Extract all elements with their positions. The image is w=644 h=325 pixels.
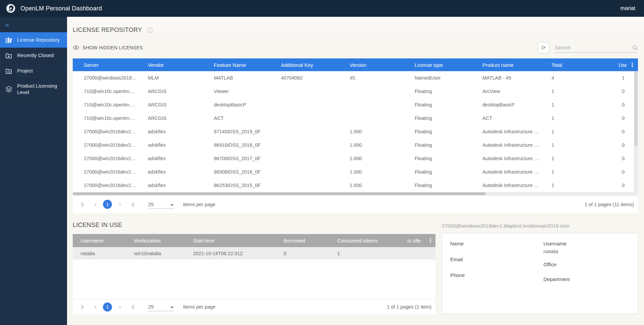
table-cell: Floating <box>404 142 471 148</box>
info-icon[interactable]: i <box>147 27 153 33</box>
table-row[interactable]: 27000@win2016dev2.testdevadskflex86910ID… <box>73 138 638 152</box>
table-cell: 1.000 <box>339 129 404 134</box>
column-header-license-type[interactable]: License type <box>404 62 471 68</box>
table-cell: adskflex <box>137 142 203 148</box>
horizontal-scrollbar-thumb[interactable] <box>73 192 485 195</box>
table-cell: natalia <box>73 251 126 256</box>
vertical-scrollbar[interactable] <box>634 71 638 193</box>
table-row[interactable]: 27000@win2016dev2.testdevadskflex86508ID… <box>73 165 638 179</box>
chevron-double-left-icon: « <box>5 21 9 29</box>
column-header-vendor[interactable]: Vendor <box>137 62 203 68</box>
next-page-button[interactable]: › <box>115 199 125 210</box>
column-header-username[interactable]: Username <box>73 238 126 243</box>
table-row[interactable]: 27000@win2016dev2.testdevadskflex86700ID… <box>73 152 638 165</box>
current-page-button[interactable]: 1 <box>103 200 112 209</box>
next-page-button[interactable]: › <box>115 302 125 312</box>
last-page-button[interactable]: ›| <box>127 302 137 312</box>
table-cell: desktopBasicP <box>203 102 270 107</box>
table-cell: ARCGIS <box>137 102 203 107</box>
table-row[interactable]: 710@win10c.openlm.bizARCGISACTFloatingAC… <box>73 111 638 125</box>
table-cell: 0 <box>607 115 627 121</box>
table-row[interactable]: nataliawin10natalia2021-10-14T08:22:31Z0… <box>73 247 435 260</box>
sidebar: « License Repository Recently Closed <box>0 17 67 325</box>
column-menu-kebab-icon[interactable]: ⋮ <box>425 237 435 244</box>
table-cell: 45 <box>339 75 404 81</box>
column-header-workstation[interactable]: Workstation <box>126 238 185 243</box>
search-input[interactable] <box>554 43 638 53</box>
table-cell: 1.000 <box>339 156 404 161</box>
table-header-row: UsernameWorkstationStart timeBorrowedCon… <box>73 234 435 247</box>
refresh-button[interactable]: ⟳ <box>537 42 549 53</box>
table-row[interactable]: 710@win10c.openlm.bizARCGISViewerFloatin… <box>73 85 638 98</box>
table-cell: 27000@win2016dev2.testdev <box>73 156 137 161</box>
previous-page-button[interactable]: ‹ <box>90 302 100 312</box>
table-cell: 27000@win2016dev2.testdev <box>73 129 137 134</box>
user-menu[interactable]: mariat <box>621 5 635 11</box>
sidebar-item-product-licensing-level[interactable]: Product Licensing Level <box>0 79 67 100</box>
first-page-button[interactable]: |‹ <box>77 302 87 312</box>
table-cell: 27000@win2016dev2.testdev <box>73 169 137 175</box>
column-header-server[interactable]: Server <box>73 62 137 68</box>
page-size-value: 25 <box>148 201 170 207</box>
first-page-button[interactable]: |‹ <box>77 199 87 210</box>
column-header-additional-key[interactable]: Additional Key <box>270 62 339 68</box>
sidebar-item-label: Product Licensing Level <box>17 83 64 96</box>
table-cell: Floating <box>404 102 471 107</box>
app-title: OpenLM Personal Dashboard <box>20 5 102 12</box>
books-icon <box>5 37 13 44</box>
pagination-bar: |‹ ‹ 1 › ›| 25 Items per page 1 of 1 pag… <box>73 299 435 314</box>
sidebar-item-project[interactable]: Project <box>0 63 67 79</box>
table-cell: 1 <box>540 183 607 188</box>
table-cell: 710@win10c.openlm.biz <box>73 115 137 121</box>
license-in-use-table: UsernameWorkstationStart timeBorrowedCon… <box>73 234 435 314</box>
table-cell: 1 <box>540 156 607 161</box>
current-page-button[interactable]: 1 <box>103 303 112 312</box>
column-header-total[interactable]: Total <box>540 62 607 68</box>
table-cell: 0 <box>607 156 627 161</box>
table-cell: Floating <box>404 156 471 161</box>
previous-page-button[interactable]: ‹ <box>90 199 100 210</box>
column-header-start-time[interactable]: Start time <box>185 238 276 243</box>
table-row[interactable]: 27000@windows2019dev1.ldaMLMMATLAB407040… <box>73 71 638 85</box>
table-cell: 86910IDSS_2018_0F <box>203 142 270 148</box>
sidebar-item-label: License Repository <box>17 37 60 43</box>
page-size-select[interactable]: 25 <box>148 200 174 209</box>
user-details-card: Name Email Phone Username natalia Office… <box>442 233 638 314</box>
table-cell: 0 <box>607 183 627 188</box>
table-cell: 1 <box>540 142 607 148</box>
table-cell: 86508IDSS_2016_0F <box>203 169 270 175</box>
table-cell: 4 <box>540 75 607 81</box>
column-header-consumed-tokens[interactable]: Consumed tokens <box>330 238 390 243</box>
table-cell: 1 <box>607 75 627 81</box>
page-size-select[interactable]: 25 <box>148 303 174 311</box>
show-hidden-licenses-toggle[interactable]: SHOW HIDDEN LICENSES <box>73 45 143 50</box>
table-cell: 27000@windows2019dev1.lda <box>73 75 137 81</box>
column-header-version[interactable]: Version <box>339 62 404 68</box>
table-cell: 1 <box>540 115 607 121</box>
layers-icon <box>5 86 13 93</box>
table-cell: 710@win10c.openlm.biz <box>73 102 137 107</box>
column-menu-kebab-icon[interactable]: ⋮ <box>627 61 638 68</box>
column-header-borrowed[interactable]: Borrowed <box>276 238 330 243</box>
license-repository-table: ServerVendorFeature NameAdditional KeyVe… <box>73 58 638 213</box>
table-row[interactable]: 27000@win2016dev2.testdevadskflex87145ID… <box>73 125 638 138</box>
horizontal-scrollbar[interactable] <box>73 192 638 195</box>
table-cell: adskflex <box>137 129 203 134</box>
column-header-is-idle[interactable]: Is Idle <box>390 238 425 243</box>
table-cell: Autodesk Infrastructure Desig <box>471 183 540 188</box>
vertical-scrollbar-thumb[interactable] <box>634 71 638 146</box>
table-cell: adskflex <box>137 183 203 188</box>
last-page-button[interactable]: ›| <box>127 199 137 210</box>
folder-x-icon <box>5 52 13 59</box>
column-header-feature-name[interactable]: Feature Name <box>203 62 270 68</box>
openlm-logo-icon <box>6 4 15 13</box>
table-row[interactable]: 27000@win2016dev2.testdevadskflex86253ID… <box>73 179 638 192</box>
sidebar-collapse-button[interactable]: « <box>0 17 67 32</box>
column-header-used[interactable]: Used <box>607 62 627 68</box>
table-row[interactable]: 710@win10c.openlm.bizARCGISdesktopBasicP… <box>73 98 638 111</box>
sidebar-item-recently-closed[interactable]: Recently Closed <box>0 48 67 63</box>
table-cell: MATLAB <box>203 75 270 81</box>
column-header-product-name[interactable]: Product name <box>471 62 540 68</box>
items-per-page-label: Items per page <box>183 202 216 207</box>
sidebar-item-license-repository[interactable]: License Repository <box>0 32 67 48</box>
